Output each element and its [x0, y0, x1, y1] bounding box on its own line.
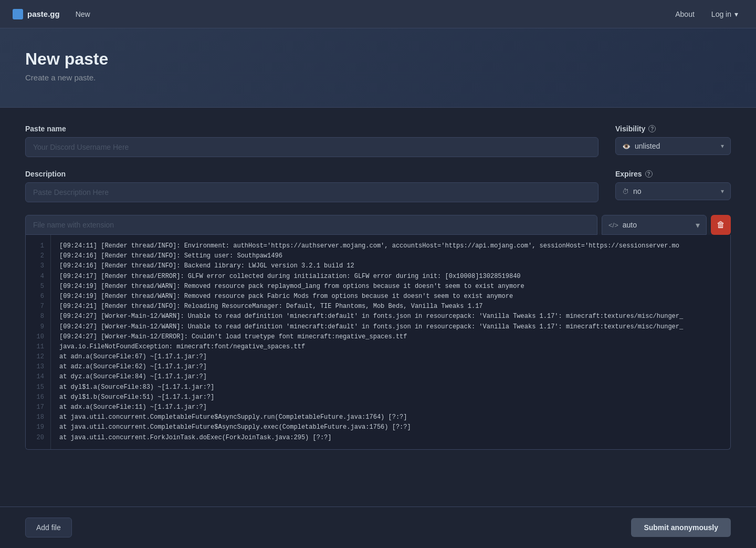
- expires-help-icon[interactable]: ?: [645, 170, 653, 178]
- line-number: 9: [34, 322, 44, 332]
- code-line: at java.util.concurrent.CompletableFutur…: [59, 412, 722, 422]
- nav-about[interactable]: About: [668, 7, 702, 22]
- navbar-right: About Log in ▾: [668, 7, 743, 22]
- paste-name-input[interactable]: [25, 137, 598, 157]
- name-visibility-row: Paste name Visibility ? 👁️ unlisted ▾: [25, 125, 731, 157]
- language-select[interactable]: </> auto ▾: [602, 215, 707, 235]
- code-editor[interactable]: 1234567891011121314151617181920 [09:24:1…: [25, 235, 731, 450]
- code-line: [09:24:27] [Worker-Main-12/WARN]: Unable…: [59, 312, 722, 322]
- language-value: auto: [623, 221, 691, 229]
- code-line: at java.util.concurrent.ForkJoinTask.doE…: [59, 433, 722, 443]
- code-line: at adz.a(SourceFile:62) ~[1.17.1.jar:?]: [59, 362, 722, 372]
- login-button[interactable]: Log in ▾: [706, 7, 743, 22]
- visibility-value: unlisted: [635, 142, 721, 150]
- trash-icon: 🗑: [717, 220, 725, 230]
- brand-name: paste.gg: [27, 9, 60, 18]
- line-number: 15: [34, 382, 44, 392]
- code-line: [09:24:19] [Render thread/WARN]: Removed…: [59, 282, 722, 292]
- visibility-select[interactable]: 👁️ unlisted ▾: [615, 137, 731, 155]
- visibility-group: Visibility ? 👁️ unlisted ▾: [615, 125, 731, 155]
- expires-chevron-icon: ▾: [721, 188, 724, 195]
- code-line: [09:24:17] [Render thread/ERROR]: GLFW e…: [59, 272, 722, 282]
- code-line: [09:24:11] [Render thread/INFO]: Environ…: [59, 241, 722, 251]
- page-title: New paste: [25, 49, 731, 69]
- hero-section: New paste Create a new paste.: [0, 28, 756, 108]
- code-line: [09:24:16] [Render thread/INFO]: Backend…: [59, 261, 722, 271]
- line-number: 19: [34, 422, 44, 432]
- code-content: 1234567891011121314151617181920 [09:24:1…: [26, 235, 730, 449]
- unlisted-icon: 👁️: [622, 142, 631, 150]
- line-number: 1: [34, 241, 44, 251]
- code-line: at adx.a(SourceFile:11) ~[1.17.1.jar:?]: [59, 402, 722, 412]
- navbar: paste.gg New About Log in ▾: [0, 0, 756, 28]
- line-number: 17: [34, 402, 44, 412]
- paste-name-group: Paste name: [25, 125, 598, 157]
- visibility-chevron-icon: ▾: [721, 142, 724, 150]
- expires-select[interactable]: ⏱ no ▾: [615, 182, 731, 200]
- file-name-input[interactable]: [25, 215, 597, 235]
- code-line: at dyl$1.a(SourceFile:83) ~[1.17.1.jar:?…: [59, 382, 722, 392]
- line-number: 6: [34, 292, 44, 302]
- line-number: 3: [34, 261, 44, 271]
- line-number: 13: [34, 362, 44, 372]
- submit-button[interactable]: Submit anonymously: [631, 518, 731, 537]
- paste-name-label: Paste name: [25, 125, 598, 133]
- line-number: 11: [34, 342, 44, 352]
- description-expires-row: Description Expires ? ⏱ no ▾: [25, 170, 731, 202]
- visibility-help-icon[interactable]: ?: [648, 125, 656, 132]
- chevron-down-icon: ▾: [734, 10, 738, 18]
- code-line: at java.util.concurrent.CompletableFutur…: [59, 422, 722, 432]
- line-number: 18: [34, 412, 44, 422]
- line-number: 12: [34, 352, 44, 362]
- line-number: 5: [34, 282, 44, 292]
- page-subtitle: Create a new paste.: [25, 73, 731, 82]
- line-numbers: 1234567891011121314151617181920: [26, 235, 51, 449]
- line-number: 4: [34, 272, 44, 282]
- code-line: at dyz.a(SourceFile:84) ~[1.17.1.jar:?]: [59, 372, 722, 382]
- bottom-bar: Add file Submit anonymously: [0, 506, 756, 548]
- brand-icon: [13, 9, 23, 19]
- login-label: Log in: [711, 10, 731, 18]
- nav-new[interactable]: New: [68, 7, 98, 22]
- expires-label: Expires ?: [615, 170, 731, 178]
- line-number: 10: [34, 332, 44, 342]
- code-line: [09:24:19] [Render thread/WARN]: Removed…: [59, 292, 722, 302]
- line-number: 16: [34, 392, 44, 402]
- code-line: [09:24:27] [Worker-Main-12/WARN]: Unable…: [59, 322, 722, 332]
- code-line: [09:24:27] [Worker-Main-12/ERROR]: Could…: [59, 332, 722, 342]
- expires-group: Expires ? ⏱ no ▾: [615, 170, 731, 200]
- timer-icon: ⏱: [622, 188, 629, 195]
- description-input[interactable]: [25, 182, 598, 202]
- delete-file-button[interactable]: 🗑: [711, 215, 731, 235]
- line-number: 14: [34, 372, 44, 382]
- main-content: Paste name Visibility ? 👁️ unlisted ▾ De…: [0, 108, 756, 467]
- visibility-label: Visibility ?: [615, 125, 731, 133]
- code-line: [09:24:21] [Render thread/INFO]: Reloadi…: [59, 302, 722, 312]
- file-section: </> auto ▾ 🗑 123456789101112131415161718…: [25, 215, 731, 450]
- code-line: at dyl$1.b(SourceFile:51) ~[1.17.1.jar:?…: [59, 392, 722, 402]
- navbar-links: New: [68, 7, 98, 22]
- line-number: 2: [34, 251, 44, 261]
- line-number: 20: [34, 433, 44, 443]
- description-group: Description: [25, 170, 598, 202]
- line-number: 8: [34, 312, 44, 322]
- code-lines: [09:24:11] [Render thread/INFO]: Environ…: [51, 235, 730, 449]
- code-line: java.io.FileNotFoundException: minecraft…: [59, 342, 722, 352]
- brand-logo[interactable]: paste.gg: [13, 9, 60, 19]
- add-file-button[interactable]: Add file: [25, 518, 72, 537]
- code-line: [09:24:16] [Render thread/INFO]: Setting…: [59, 251, 722, 261]
- line-number: 7: [34, 302, 44, 312]
- description-label: Description: [25, 170, 598, 178]
- expires-value: no: [633, 187, 721, 195]
- code-icon: </>: [608, 221, 618, 229]
- language-chevron-icon: ▾: [696, 220, 700, 230]
- code-line: at adn.a(SourceFile:67) ~[1.17.1.jar:?]: [59, 352, 722, 362]
